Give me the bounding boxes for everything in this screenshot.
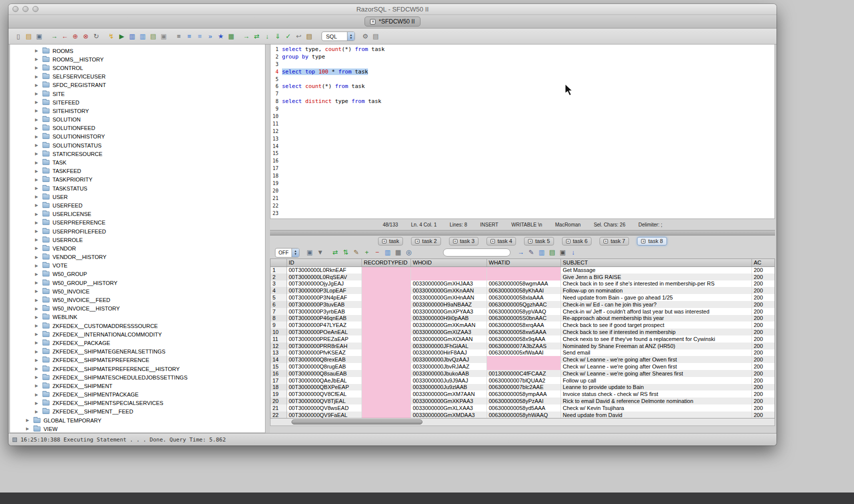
tree-item[interactable]: ▶ZKFEDEX__SHIPMATEGENERALSETTINGS <box>10 348 265 356</box>
clipboard-icon[interactable]: ▣ <box>159 32 168 42</box>
fetch-down-icon[interactable]: ↓ <box>262 32 272 42</box>
cell-recordtypeid[interactable] <box>362 322 410 328</box>
tab-close-icon[interactable]: × <box>490 239 495 244</box>
cell-id[interactable]: 00T3000000OjyJgEAJ <box>286 280 362 288</box>
cell-ac[interactable]: 200 <box>752 404 775 412</box>
row-number[interactable]: 11 <box>270 336 286 342</box>
cell-whoid[interactable]: 0033000000GmXOiAAN <box>410 336 486 342</box>
editor-line[interactable] <box>282 165 384 172</box>
disclosure-triangle-icon[interactable]: ▶ <box>35 384 42 388</box>
cell-subject[interactable]: Check back to see if good target prospec… <box>560 322 752 328</box>
sql-mode-select[interactable]: SQL ▲▼ <box>322 32 355 41</box>
cell-recordtypeid[interactable] <box>362 274 410 280</box>
cell-recordtypeid[interactable] <box>362 287 410 294</box>
disclosure-triangle-icon[interactable]: ▶ <box>35 74 42 79</box>
editor-line[interactable] <box>282 120 384 128</box>
sql-code-area[interactable]: select type, count(*) from taskgroup by … <box>280 44 384 218</box>
disclosure-triangle-icon[interactable]: ▶ <box>35 340 42 345</box>
disclosure-triangle-icon[interactable]: ▶ <box>35 375 42 380</box>
tree-item[interactable]: ▶STATICRESOURCE <box>10 150 265 158</box>
paste-icon[interactable]: ▤ <box>148 32 158 42</box>
disclosure-triangle-icon[interactable]: ▶ <box>35 126 42 130</box>
new-connection-icon[interactable]: ⊕ <box>70 32 80 42</box>
cell-subject[interactable]: Check nexis to see if they've found a re… <box>560 336 752 342</box>
cell-subject[interactable]: Need update from Bain - gave go ahead 1/… <box>560 294 752 301</box>
cell-whoid[interactable]: 0033000000GmXLXAA3 <box>410 404 486 412</box>
cell-whatid[interactable]: 006300000058xw5AAA <box>486 328 560 336</box>
execute-fetch-icon[interactable]: ▶ <box>117 32 126 42</box>
tree-item[interactable]: ▶SOLUTIONSTATUS <box>10 141 265 150</box>
columns-icon[interactable]: ▦ <box>394 248 403 258</box>
row-count-icon[interactable]: ▤ <box>371 32 380 42</box>
history-icon[interactable]: ▤ <box>304 32 314 42</box>
document-tab[interactable]: × *SFDCW50 II <box>364 16 420 26</box>
cell-whatid[interactable]: 00630000007blc2AAE <box>486 384 560 391</box>
cell-ac[interactable]: 200 <box>752 350 775 356</box>
cell-recordtypeid[interactable] <box>362 342 410 350</box>
cell-whoid[interactable]: 0033000000JbvRJAAZ <box>410 363 486 370</box>
tree-item[interactable]: ▶ZKFEDEX__PACKAGE <box>10 338 265 347</box>
cell-subject[interactable]: Check back in to see if she's interested… <box>560 280 752 288</box>
indent-icon[interactable]: » <box>206 32 215 42</box>
tree-item[interactable]: ▶VOTE <box>10 262 265 270</box>
disclosure-triangle-icon[interactable]: ▶ <box>35 178 42 182</box>
cell-subject[interactable]: Get Massage <box>560 266 752 274</box>
disclosure-triangle-icon[interactable]: ▶ <box>35 108 42 113</box>
cell-id[interactable]: 00T3000000P3tuvEAB <box>286 301 362 308</box>
tree-item[interactable]: ▶TASKPRIORITY <box>10 176 265 184</box>
tree-item[interactable]: ▶W50_INVOICE <box>10 287 265 296</box>
disclosure-triangle-icon[interactable]: ▶ <box>35 358 42 362</box>
cell-ac[interactable]: 200 <box>752 384 775 391</box>
disclosure-triangle-icon[interactable]: ▶ <box>35 350 42 354</box>
results-tab[interactable]: ×task 2 <box>411 237 440 246</box>
editor-line[interactable]: select top 100 * from task <box>282 68 384 76</box>
edit-results-icon[interactable]: ✎ <box>352 248 361 258</box>
cell-recordtypeid[interactable] <box>362 398 410 404</box>
tree-item[interactable]: ▶SCONTROL <box>10 64 265 72</box>
tab-close-icon[interactable]: × <box>370 19 376 24</box>
cell-id[interactable]: 00T3000000QAeJbEAL <box>286 377 362 384</box>
cell-id[interactable]: 00T3000000PREZaEAP <box>286 336 362 342</box>
tree-item[interactable]: ▶USERLICENSE <box>10 210 265 218</box>
cell-subject[interactable]: Need update from David <box>560 412 752 418</box>
cell-whoid[interactable]: 0033000000JbukoAAB <box>410 370 486 377</box>
cell-id[interactable]: 00T3000000Q8rexEAB <box>286 356 362 363</box>
disclosure-triangle-icon[interactable]: ▶ <box>35 410 42 414</box>
tree-item[interactable]: ▶ZKFEDEX__SHIPMENT__FEED <box>10 408 265 416</box>
cell-ac[interactable]: 200 <box>752 342 775 350</box>
results-tab[interactable]: ×task <box>378 237 403 246</box>
cell-whoid[interactable] <box>410 266 486 274</box>
save-results-icon[interactable]: ▣ <box>305 248 314 258</box>
copy-rows-icon[interactable]: ▥ <box>383 248 392 258</box>
disclosure-triangle-icon[interactable]: ▶ <box>35 186 42 190</box>
cell-whoid[interactable]: 0033000000GmXKPAA3 <box>410 398 486 404</box>
search-results-icon[interactable]: ◎ <box>404 248 414 258</box>
cell-subject[interactable]: Give Jenn a BIG RAISE <box>560 274 752 280</box>
cell-whatid[interactable]: 006300000058ypVAAQ <box>486 308 560 315</box>
tab-close-icon[interactable]: × <box>566 239 570 244</box>
cell-recordtypeid[interactable] <box>362 377 410 384</box>
tree-item[interactable]: ▶SOLUTIONHISTORY <box>10 132 265 141</box>
tools-icon[interactable]: ⚙ <box>360 32 370 42</box>
format-sql-icon[interactable]: ≡ <box>184 32 194 42</box>
cell-id[interactable]: 00T3000000QV8TjEAL <box>286 398 362 404</box>
cell-whoid[interactable]: 0033000000GmXHJAA3 <box>410 280 486 288</box>
cell-id[interactable]: 00T3000000P47LYEAZ <box>286 322 362 328</box>
cell-recordtypeid[interactable] <box>362 350 410 356</box>
cell-ac[interactable]: 200 <box>752 287 775 294</box>
column-header-subject[interactable]: SUBJECT <box>560 259 752 266</box>
cell-recordtypeid[interactable] <box>362 328 410 336</box>
export-results-icon[interactable]: ▥ <box>537 248 546 258</box>
disclosure-triangle-icon[interactable]: ▶ <box>35 212 42 216</box>
cell-subject[interactable]: Check-in w/ Jeff - couldn't afford last … <box>560 308 752 315</box>
editor-line[interactable] <box>282 195 384 202</box>
results-tab[interactable]: ×task 3 <box>449 237 478 246</box>
find-next-icon[interactable]: → <box>516 248 526 258</box>
editor-line[interactable] <box>282 76 384 84</box>
tree-item[interactable]: ▶USER <box>10 192 265 201</box>
cell-whoid[interactable] <box>410 274 486 280</box>
row-number[interactable]: 3 <box>270 280 286 288</box>
disclosure-triangle-icon[interactable]: ▶ <box>35 100 42 104</box>
close-window-button[interactable] <box>12 6 18 12</box>
tree-item[interactable]: ▶TASKSTATUS <box>10 184 265 192</box>
